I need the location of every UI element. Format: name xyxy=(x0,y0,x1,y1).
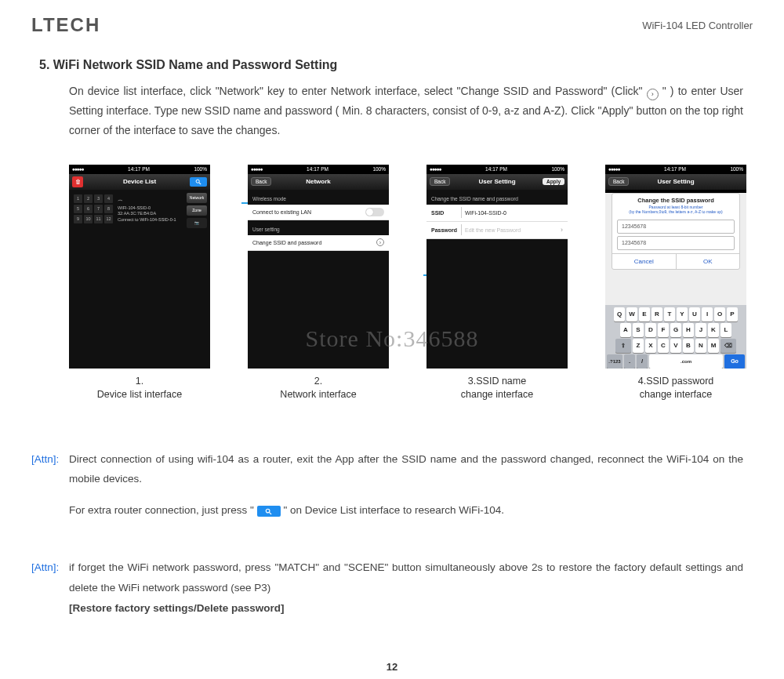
product-name: WiFi-104 LED Controller xyxy=(642,20,753,31)
attn-tag: Attn xyxy=(31,449,59,470)
password-input[interactable]: Edit the new Password xyxy=(461,224,568,235)
caption-2: 2. Network interface xyxy=(248,375,389,402)
key[interactable]: X xyxy=(645,339,656,353)
status-batt: 100% xyxy=(730,166,743,172)
shift-key[interactable]: ⇧ xyxy=(615,339,631,353)
screenshot-network: 14:17 PM100% Back Network Wireless mode … xyxy=(248,165,389,369)
zone-cell[interactable]: 8 xyxy=(104,205,113,213)
caption-3: 3.SSID name change interface xyxy=(426,375,568,402)
password-dialog: Change the SSID password Password at lea… xyxy=(612,193,740,270)
field-label: SSID xyxy=(426,210,461,216)
attn-block-2: Attn if forget the WiFi network password… xyxy=(69,557,743,618)
key[interactable]: J xyxy=(695,323,706,337)
zone-grid[interactable]: 1234 5678 9101112 xyxy=(74,194,113,223)
key[interactable]: B xyxy=(683,339,694,353)
password-input-2[interactable]: 12345678 xyxy=(617,236,735,250)
key[interactable]: M xyxy=(708,339,719,353)
key[interactable]: S xyxy=(633,323,644,337)
key[interactable]: G xyxy=(670,323,681,337)
status-batt: 100% xyxy=(551,166,564,172)
key[interactable]: H xyxy=(683,323,694,337)
camera-icon[interactable]: 📷 xyxy=(187,218,207,228)
key[interactable]: K xyxy=(708,323,719,337)
back-button[interactable]: Back xyxy=(608,177,629,186)
section-label: User setting xyxy=(248,220,389,235)
chevron-right-icon: › xyxy=(561,226,563,234)
status-time: 14:17 PM xyxy=(128,166,150,172)
backspace-key[interactable]: ⌫ xyxy=(720,339,736,353)
ssid-field-row[interactable]: SSID WiFi-104-SSID-0 xyxy=(426,205,568,222)
space-key[interactable]: .com xyxy=(649,354,723,369)
key[interactable]: E xyxy=(639,307,650,321)
attn1-p2b: " on Device List interface to research W… xyxy=(283,504,504,516)
zone-button[interactable]: Zone xyxy=(187,205,207,216)
key[interactable]: D xyxy=(645,323,656,337)
zone-cell[interactable]: 3 xyxy=(94,194,103,203)
screenshot-user-setting: 14:17 PM100% Back User Setting Apply Cha… xyxy=(426,165,568,369)
toggle-switch[interactable] xyxy=(365,208,384,216)
signal-icon xyxy=(430,166,441,172)
change-ssid-row[interactable]: Change SSID and password › xyxy=(248,235,389,251)
zone-cell[interactable]: 11 xyxy=(94,215,103,223)
key[interactable]: I xyxy=(702,307,713,321)
attn-block-1: Attn Direct connection of using wifi-104… xyxy=(69,449,743,521)
attn-tag: Attn xyxy=(31,557,59,578)
key[interactable]: P xyxy=(727,307,738,321)
connect-lan-row[interactable]: Connect to existing LAN xyxy=(248,205,389,220)
attn1-p2a: For extra router connection, just press … xyxy=(69,504,257,516)
key[interactable]: C xyxy=(658,339,669,353)
num-key[interactable]: .?123 xyxy=(607,354,622,369)
key[interactable]: / xyxy=(637,354,648,369)
zone-cell[interactable]: 10 xyxy=(84,215,93,223)
zone-cell[interactable]: 4 xyxy=(104,194,113,203)
apply-button[interactable]: Apply xyxy=(543,178,564,185)
zone-cell[interactable]: 7 xyxy=(94,205,103,213)
attn2-p1: if forget the WiFi network password, pre… xyxy=(69,557,743,597)
password-field-row[interactable]: Password Edit the new Password › xyxy=(426,222,568,239)
key[interactable]: R xyxy=(652,307,662,321)
zone-cell[interactable]: 1 xyxy=(74,194,82,203)
zone-cell[interactable]: 5 xyxy=(74,205,82,213)
brand-logo: LTECH xyxy=(31,14,100,36)
section-label: Wireless mode xyxy=(248,190,389,205)
key[interactable]: A xyxy=(620,323,631,337)
screenshot-device-list: 14:17 PM100% 🗑 Device List Network Zone … xyxy=(69,165,210,369)
svg-point-2 xyxy=(266,509,270,513)
key[interactable]: . xyxy=(624,354,635,369)
search-button[interactable] xyxy=(190,177,207,187)
key[interactable]: O xyxy=(714,307,725,321)
screenshot-ssid-password: 14:17 PM100% Back User Setting Change th… xyxy=(605,165,746,369)
key[interactable]: W xyxy=(626,307,637,321)
zone-cell[interactable]: 9 xyxy=(74,215,82,223)
keyboard[interactable]: QWERTYUIOP ASDFGHJKL ⇧ZXCVBNM⌫ .?123 . /… xyxy=(605,305,746,369)
row-label: Change SSID and password xyxy=(252,240,321,245)
signal-icon xyxy=(72,166,84,172)
ok-button[interactable]: OK xyxy=(677,254,740,269)
key[interactable]: T xyxy=(664,307,675,321)
zone-cell[interactable]: 6 xyxy=(84,205,93,213)
back-button[interactable]: Back xyxy=(430,177,450,186)
key[interactable]: L xyxy=(720,323,731,337)
zone-cell[interactable]: 12 xyxy=(104,215,113,223)
back-button[interactable]: Back xyxy=(251,177,271,186)
network-button[interactable]: Network xyxy=(187,193,207,203)
dialog-subtitle: Password at least 8-bit number (by the N… xyxy=(612,205,739,217)
svg-line-1 xyxy=(199,182,201,183)
zone-cell[interactable]: 2 xyxy=(84,194,93,203)
ssid-input[interactable]: WiFi-104-SSID-0 xyxy=(461,207,568,218)
key[interactable]: Z xyxy=(633,339,644,353)
cancel-button[interactable]: Cancel xyxy=(612,254,677,269)
status-batt: 100% xyxy=(372,166,386,172)
key[interactable]: U xyxy=(689,307,700,321)
key[interactable]: Q xyxy=(614,307,625,321)
nav-title: Device List xyxy=(69,178,210,185)
go-key[interactable]: Go xyxy=(724,354,745,369)
caption-1: 1. Device list interface xyxy=(69,375,210,402)
key[interactable]: F xyxy=(658,323,669,337)
password-input-1[interactable]: 12345678 xyxy=(617,220,735,234)
key[interactable]: V xyxy=(670,339,681,353)
field-label: Password xyxy=(426,227,461,233)
key[interactable]: Y xyxy=(677,307,688,321)
trash-icon[interactable]: 🗑 xyxy=(72,176,83,187)
key[interactable]: N xyxy=(695,339,706,353)
